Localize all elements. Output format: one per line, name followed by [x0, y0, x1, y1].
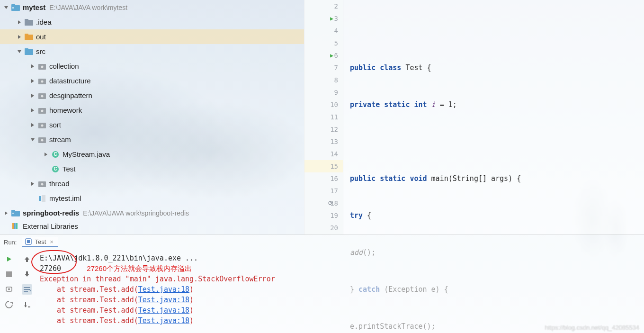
- tree-label: thread: [49, 180, 70, 188]
- svg-rect-24: [11, 210, 15, 212]
- annotation-text: 27260个方法就会导致栈内存溢出: [87, 264, 192, 272]
- svg-point-14: [41, 95, 44, 97]
- svg-rect-25: [12, 213, 14, 214]
- iml-file-icon: [38, 195, 46, 202]
- console-output[interactable]: E:\JAVA\jdk1.8.0_221\bin\java.exe ... 27…: [36, 249, 644, 333]
- folder-out-icon: [25, 33, 33, 41]
- code-editor[interactable]: 2 3▶ 4 5 6▶ 7 8 9 10 11 12 13 14 15 16 1…: [304, 0, 644, 234]
- svg-point-22: [41, 183, 44, 185]
- run-gutter-icon[interactable]: ▶: [330, 15, 333, 22]
- run-config-icon: [25, 238, 32, 245]
- line-number: 19: [330, 212, 338, 219]
- chevron-down-icon[interactable]: [3, 4, 9, 11]
- chevron-right-icon[interactable]: [43, 151, 49, 158]
- chevron-right-icon[interactable]: [16, 34, 23, 40]
- chevron-right-icon[interactable]: [29, 78, 36, 84]
- tree-pkg-thread[interactable]: thread: [0, 176, 304, 191]
- package-icon: [38, 121, 46, 129]
- watermark: https://blog.csdn.net/qq_42085534: [545, 324, 640, 331]
- scroll-to-end-button[interactable]: [22, 299, 32, 310]
- tree-src[interactable]: src: [0, 44, 304, 59]
- chevron-right-icon[interactable]: [29, 180, 36, 187]
- svg-rect-1: [11, 4, 15, 6]
- stack-link[interactable]: Test.java:18: [138, 306, 189, 315]
- line-number: 9: [334, 89, 338, 96]
- tree-file-mystream[interactable]: C MyStream.java: [0, 147, 304, 162]
- module-folder-icon: [11, 209, 20, 217]
- tree-external-libraries[interactable]: External Libraries: [0, 220, 304, 232]
- tree-label: mytest: [23, 3, 45, 11]
- line-number: 8: [334, 76, 338, 84]
- line-number: 10: [330, 101, 338, 108]
- editor-gutter[interactable]: 2 3▶ 4 5 6▶ 7 8 9 10 11 12 13 14 15 16 1…: [304, 0, 343, 234]
- line-number: 4: [334, 27, 338, 35]
- source-folder-icon: [25, 48, 33, 55]
- chevron-right-icon[interactable]: [29, 107, 36, 114]
- tree-label: MyStream.java: [63, 150, 110, 158]
- line-number: 20: [330, 224, 338, 232]
- recursive-gutter-icon[interactable]: ⟳: [328, 200, 333, 207]
- code-area[interactable]: public class Test { private static int i…: [343, 0, 644, 234]
- stack-link[interactable]: Test.java:18: [138, 316, 189, 325]
- tree-pkg-datastructure[interactable]: datastructure: [0, 73, 304, 88]
- line-number: 16: [330, 175, 338, 182]
- tree-pkg-stream[interactable]: stream: [0, 132, 304, 147]
- console-exception: Exception in thread "main" java.lang.Sta…: [40, 274, 640, 284]
- package-icon: [38, 180, 46, 188]
- tree-pkg-collection[interactable]: collection: [0, 59, 304, 73]
- rerun-button[interactable]: [4, 254, 14, 264]
- line-number: 17: [330, 187, 338, 195]
- chevron-down-icon[interactable]: [29, 136, 36, 143]
- project-tree[interactable]: mytest E:\JAVA\JAVA work\mytest .idea ou…: [0, 0, 304, 234]
- svg-point-12: [41, 80, 44, 82]
- line-number: 5: [334, 39, 338, 47]
- run-tab-test[interactable]: Test ×: [22, 237, 58, 247]
- tree-label: collection: [49, 62, 79, 70]
- svg-point-30: [8, 288, 10, 290]
- tree-label: Test: [63, 165, 76, 173]
- tree-label: datastructure: [49, 77, 91, 85]
- tree-pkg-sort[interactable]: sort: [0, 117, 304, 132]
- tree-label: desginpattern: [49, 91, 92, 99]
- svg-rect-6: [25, 34, 28, 36]
- chevron-right-icon[interactable]: [3, 210, 9, 216]
- chevron-right-icon[interactable]: [29, 92, 36, 99]
- run-tool-window[interactable]: Run: Test × E:\JAVA\jdk1.8.0_221\bin\jav…: [0, 234, 644, 333]
- chevron-right-icon[interactable]: [29, 63, 36, 70]
- tree-module-springboot-redis[interactable]: springboot-redis E:\JAVA\JAVA work\sprin…: [0, 206, 304, 220]
- chevron-right-icon[interactable]: [29, 122, 36, 128]
- tree-pkg-desginpattern[interactable]: desginpattern: [0, 88, 304, 103]
- svg-rect-2: [12, 7, 14, 9]
- tree-root-mytest[interactable]: mytest E:\JAVA\JAVA work\mytest: [0, 0, 304, 15]
- tree-idea[interactable]: .idea: [0, 15, 304, 29]
- tree-out[interactable]: out: [0, 29, 304, 44]
- package-icon: [38, 63, 46, 70]
- tree-label: homework: [49, 106, 82, 114]
- stack-link[interactable]: Test.java:18: [138, 285, 189, 294]
- svg-point-16: [41, 109, 44, 112]
- run-tab-label: Test: [35, 238, 46, 245]
- stop-button[interactable]: [4, 269, 14, 279]
- chevron-right-icon[interactable]: [16, 19, 23, 26]
- close-icon[interactable]: ×: [50, 238, 54, 245]
- tree-label: springboot-redis: [23, 209, 79, 217]
- chevron-down-icon[interactable]: [16, 48, 23, 55]
- folder-icon: [25, 18, 33, 26]
- down-button[interactable]: [22, 269, 32, 279]
- tree-file-test[interactable]: C Test: [0, 162, 304, 176]
- dump-button[interactable]: [4, 284, 14, 295]
- package-icon: [38, 107, 46, 114]
- run-gutter-icon[interactable]: ▶: [330, 52, 333, 59]
- tree-label: out: [36, 33, 46, 41]
- module-folder-icon: [11, 4, 20, 11]
- tree-path: E:\JAVA\JAVA work\springboot-redis: [83, 209, 189, 217]
- tree-label: stream: [49, 135, 71, 144]
- soft-wrap-button[interactable]: [22, 284, 32, 295]
- up-button[interactable]: [22, 254, 32, 264]
- line-number: 14: [330, 150, 338, 158]
- tree-iml[interactable]: mytest.iml: [0, 191, 304, 206]
- exit-button[interactable]: [4, 299, 14, 310]
- stack-link[interactable]: Test.java:18: [138, 296, 189, 304]
- tree-pkg-homework[interactable]: homework: [0, 103, 304, 117]
- line-number: 13: [330, 138, 338, 145]
